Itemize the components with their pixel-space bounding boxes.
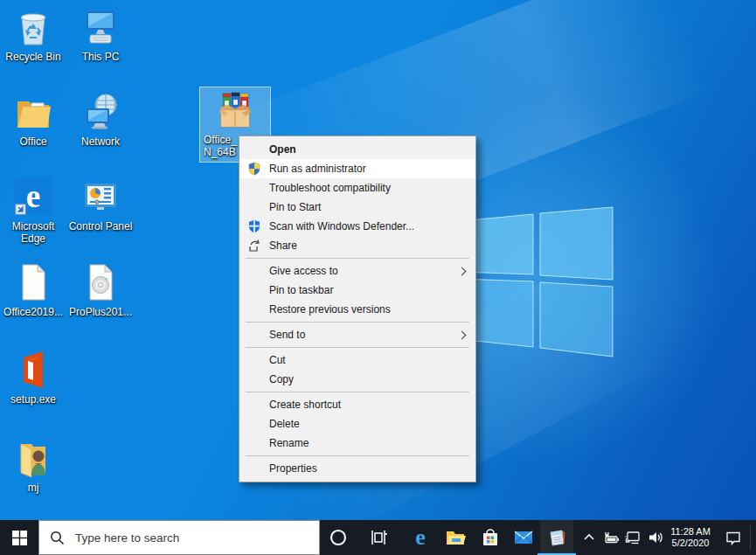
svg-text:e: e [415,526,426,549]
menu-item-give-access-to[interactable]: Give access to [239,261,475,281]
recycle-bin-icon [12,6,54,48]
desktop-icon-office-folder[interactable]: Office [0,91,66,148]
menu-item-troubleshoot-compatibility[interactable]: Troubleshoot compatibility [239,178,475,198]
menu-item-restore-previous-versions[interactable]: Restore previous versions [239,300,475,319]
clock-date: 5/2/2020 [672,538,710,549]
cortana-circle-icon [329,528,348,547]
desktop-icon-label: Office [0,135,66,148]
speaker-icon [647,529,664,546]
battery-icon [602,529,620,546]
submenu-arrow-icon [458,330,467,339]
menu-item-share[interactable]: Share [239,236,475,255]
desktop-icon-control-panel[interactable]: Control Panel [67,176,134,232]
menu-item-rename[interactable]: Rename [239,434,475,453]
show-desktop-button[interactable] [750,525,751,550]
desktop-icon-label: Office2019... [0,306,66,318]
notepad-icon [546,527,567,548]
disc-image-icon [80,261,121,303]
menu-separator [246,392,469,392]
menu-separator [246,258,469,259]
desktop-icon-microsoft-edge[interactable]: e Microsoft Edge [0,176,66,245]
chat-bubble-icon [725,529,742,546]
defender-shield-icon [247,219,261,233]
menu-separator [246,455,469,456]
menu-item-properties[interactable]: Properties [239,459,475,478]
task-view-button[interactable] [362,520,395,555]
edge-icon: e [12,176,54,218]
menu-item-run-as-administrator[interactable]: Run as administrator [239,159,475,178]
desktop-icon-label: Recycle Bin [0,51,66,63]
uac-shield-icon [247,162,261,176]
taskbar-store-button[interactable] [474,520,507,555]
desktop-icon-this-pc[interactable]: This PC [67,6,134,63]
start-button[interactable] [0,520,38,555]
file-explorer-icon [445,527,466,548]
submenu-arrow-icon [458,267,467,275]
tray-clock[interactable]: 11:28 AM 5/2/2020 [662,520,718,555]
ethernet-network-icon [624,529,642,546]
menu-separator [246,322,469,323]
mail-envelope-icon [513,527,534,548]
desktop-icon-label: Network [67,135,134,148]
taskbar-mail-button[interactable] [507,520,540,555]
edge-e-icon: e [409,526,432,549]
network-icon [80,91,121,133]
task-view-icon [369,528,388,547]
search-input[interactable] [73,531,295,545]
tray-network-button[interactable] [621,520,645,555]
desktop-icon-network[interactable]: Network [67,91,134,148]
menu-item-cut[interactable]: Cut [239,350,475,370]
taskbar-search-box[interactable] [38,520,320,555]
chevron-up-icon [582,531,596,545]
context-menu: Open Run as administrator Troubleshoot c [239,135,476,482]
desktop-icon-label: Microsoft Edge [0,220,66,245]
search-icon [50,531,65,545]
menu-item-pin-to-taskbar[interactable]: Pin to taskbar [239,281,475,300]
menu-item-scan-with-windows-defender[interactable]: Scan with Windows Defender... [239,217,475,236]
svg-text:e: e [26,178,40,214]
folder-icon [12,91,54,133]
this-pc-icon [80,6,121,48]
desktop-icon-setup-exe[interactable]: setup.exe [0,349,66,406]
menu-item-create-shortcut[interactable]: Create shortcut [239,395,475,414]
menu-item-delete[interactable]: Delete [239,414,475,434]
taskbar-edge-button[interactable]: e [404,520,437,555]
control-panel-icon [80,176,121,218]
cortana-button[interactable] [322,520,355,555]
desktop-icon-proplus-image[interactable]: ProPlus201... [67,261,134,318]
share-icon [247,239,261,253]
desktop-icon-label: mj [0,482,66,494]
desktop-icon-label: ProPlus201... [67,306,134,318]
menu-item-send-to[interactable]: Send to [239,325,475,344]
desktop-icon-label: setup.exe [0,393,66,406]
user-folder-icon [12,437,54,479]
tray-power-button[interactable] [600,520,622,555]
clock-time: 11:28 AM [670,526,711,538]
windows-logo-icon [12,531,27,545]
action-center-button[interactable] [720,520,746,555]
office-setup-icon [12,349,54,391]
desktop-icon-recycle-bin[interactable]: Recycle Bin [0,6,66,63]
menu-item-pin-to-start[interactable]: Pin to Start [239,198,475,217]
taskbar-file-explorer-button[interactable] [439,520,472,555]
menu-item-copy[interactable]: Copy [239,370,475,389]
menu-item-open[interactable]: Open [239,140,475,159]
taskbar-notepad-button[interactable] [540,520,573,555]
document-icon [12,261,54,303]
desktop-icon-label: This PC [67,51,134,63]
windows-desktop-screen: Recycle Bin This PC Offic [0,0,756,555]
store-bag-icon [480,527,501,548]
desktop-icon-office2019-file[interactable]: Office2019... [0,261,66,318]
desktop-icon-mj-folder[interactable]: mj [0,437,66,494]
desktop-icon-label: Control Panel [67,220,134,232]
tray-hidden-icons-button[interactable] [577,520,601,555]
taskbar: e [0,520,756,555]
menu-separator [246,347,469,348]
archive-box-icon [214,89,256,131]
